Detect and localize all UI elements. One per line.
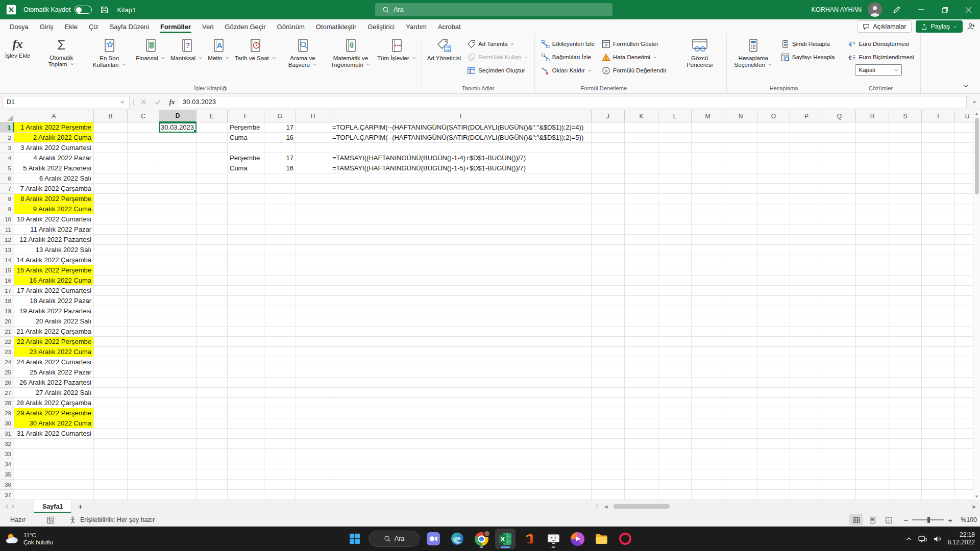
cell-D13[interactable] (159, 245, 197, 255)
cell-D10[interactable] (159, 214, 197, 224)
cell-P2[interactable] (790, 133, 823, 143)
cell-D35[interactable] (159, 469, 197, 480)
row-header-15[interactable]: 15 (0, 265, 14, 276)
cell-E21[interactable] (197, 327, 228, 337)
cell-S20[interactable] (889, 316, 922, 327)
cell-Q36[interactable] (823, 480, 856, 490)
cell-A12[interactable]: 12 Aralık 2022 Pazartesi (14, 235, 94, 245)
cell-O12[interactable] (757, 235, 790, 245)
row-header-27[interactable]: 27 (0, 388, 14, 398)
sheet-nav-right-icon[interactable] (6, 504, 19, 509)
finansal-button[interactable]: Finansal (134, 36, 167, 84)
cell-R18[interactable] (856, 296, 889, 306)
cell-J25[interactable] (592, 367, 625, 378)
cell-F15[interactable] (228, 265, 264, 276)
row-header-5[interactable]: 5 (0, 163, 14, 173)
cell-J15[interactable] (592, 265, 625, 276)
cell-R32[interactable] (856, 439, 889, 449)
cell-J11[interactable] (592, 224, 625, 235)
horizontal-scrollbar[interactable] (611, 504, 969, 510)
cell-C23[interactable] (128, 347, 159, 357)
cell-B23[interactable] (94, 347, 128, 357)
cell-C16[interactable] (128, 276, 159, 286)
cell-E3[interactable] (197, 143, 228, 153)
cell-Q35[interactable] (823, 469, 856, 480)
cell-O4[interactable] (757, 153, 790, 163)
cell-D29[interactable] (159, 408, 197, 418)
cell-D11[interactable] (159, 224, 197, 235)
hscroll-left-icon[interactable]: ◀ (602, 504, 609, 509)
cell-R36[interactable] (856, 480, 889, 490)
cell-D19[interactable] (159, 306, 197, 316)
cell-A10[interactable]: 10 Aralık 2022 Cumartesi (14, 214, 94, 224)
cell-E26[interactable] (197, 378, 228, 388)
row-header-33[interactable]: 33 (0, 449, 14, 459)
cell-C22[interactable] (128, 337, 159, 347)
cell-B6[interactable] (94, 173, 128, 184)
cell-R13[interactable] (856, 245, 889, 255)
cell-B27[interactable] (94, 388, 128, 398)
cell-F23[interactable] (228, 347, 264, 357)
cell-C3[interactable] (128, 143, 159, 153)
cell-M10[interactable] (692, 214, 724, 224)
cell-N31[interactable] (724, 429, 757, 439)
cell-H31[interactable] (296, 429, 330, 439)
cell-A29[interactable]: 29 Aralık 2022 Perşembe (14, 408, 94, 418)
matematik-ve-trigonometri-button[interactable]: θMatematik ve Trigonometri (327, 36, 374, 84)
cell-I21[interactable] (330, 327, 592, 337)
cell-N20[interactable] (724, 316, 757, 327)
cell-M14[interactable] (692, 255, 724, 265)
cell-T2[interactable] (922, 133, 955, 143)
cell-D34[interactable] (159, 459, 197, 469)
cell-O14[interactable] (757, 255, 790, 265)
cell-C26[interactable] (128, 378, 159, 388)
scroll-down-icon[interactable]: ▼ (975, 494, 979, 499)
view-normal-icon[interactable] (849, 514, 863, 525)
cell-E7[interactable] (197, 184, 228, 194)
cell-G5[interactable]: 16 (264, 163, 296, 173)
tab-çiz[interactable]: Çiz (83, 19, 104, 34)
cell-R11[interactable] (856, 224, 889, 235)
cell-R23[interactable] (856, 347, 889, 357)
cell-C17[interactable] (128, 286, 159, 296)
cell-O23[interactable] (757, 347, 790, 357)
cell-L20[interactable] (658, 316, 692, 327)
accessibility-status[interactable]: Erişilebilirlik: Her şey hazır (69, 516, 155, 524)
cell-C6[interactable] (128, 173, 159, 184)
cell-E1[interactable] (197, 122, 228, 133)
cell-K2[interactable] (625, 133, 658, 143)
maximize-button[interactable] (933, 0, 957, 19)
cell-O1[interactable] (757, 122, 790, 133)
cell-R17[interactable] (856, 286, 889, 296)
cell-J6[interactable] (592, 173, 625, 184)
cell-F18[interactable] (228, 296, 264, 306)
cell-C32[interactable] (128, 439, 159, 449)
cell-M35[interactable] (692, 469, 724, 480)
cell-N7[interactable] (724, 184, 757, 194)
cell-D1[interactable]: 30.03.2023 (159, 122, 197, 133)
cell-P20[interactable] (790, 316, 823, 327)
cell-A2[interactable]: 2 Aralık 2022 Cuma (14, 133, 94, 143)
cell-O17[interactable] (757, 286, 790, 296)
cell-Q31[interactable] (823, 429, 856, 439)
cell-G1[interactable]: 17 (264, 122, 296, 133)
cell-M26[interactable] (692, 378, 724, 388)
column-header-I[interactable]: I (330, 110, 592, 122)
cell-N11[interactable] (724, 224, 757, 235)
otomatik-toplam-button[interactable]: ΣOtomatik Toplam (38, 36, 85, 84)
ad-yöneticisi-button[interactable]: Ad Yöneticisi (425, 36, 463, 84)
cell-K6[interactable] (625, 173, 658, 184)
cell-K32[interactable] (625, 439, 658, 449)
cell-M9[interactable] (692, 204, 724, 214)
ad-tanımla-button[interactable]: Ad Tanımla (464, 38, 531, 50)
cell-P34[interactable] (790, 459, 823, 469)
cell-I34[interactable] (330, 459, 592, 469)
cell-J13[interactable] (592, 245, 625, 255)
cell-C2[interactable] (128, 133, 159, 143)
cell-P28[interactable] (790, 398, 823, 408)
cell-J9[interactable] (592, 204, 625, 214)
cell-P1[interactable] (790, 122, 823, 133)
taskbar-app-remote-desktop-icon[interactable] (543, 529, 564, 549)
cell-I8[interactable] (330, 194, 592, 204)
cell-N33[interactable] (724, 449, 757, 459)
